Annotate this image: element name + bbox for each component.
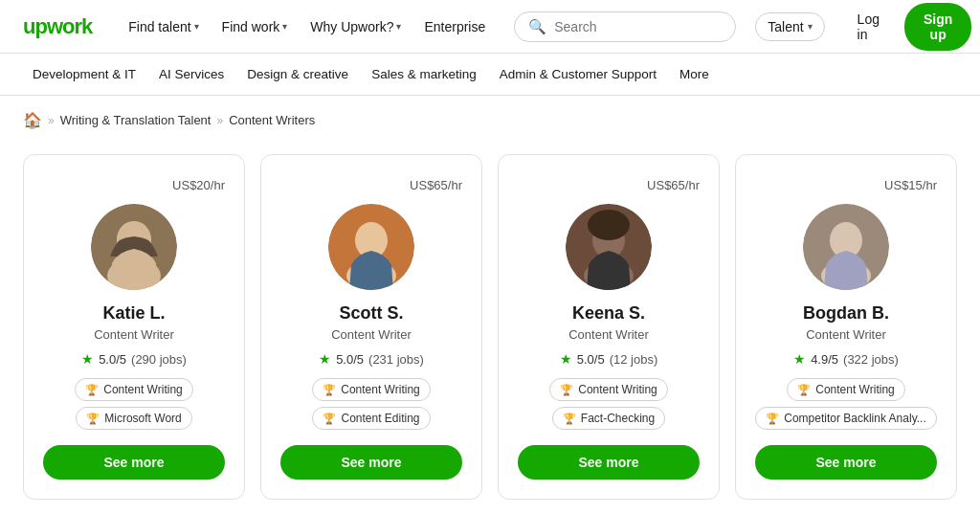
- card-name: Scott S.: [339, 303, 403, 324]
- card-title: Content Writer: [806, 327, 886, 342]
- skill-tag: 🏆 Content Writing: [75, 378, 192, 401]
- rating-value: 4.9/5: [811, 352, 838, 367]
- home-icon[interactable]: 🏠: [23, 111, 42, 129]
- jobs-count: (290 jobs): [131, 352, 187, 367]
- jobs-count: (12 jobs): [610, 352, 658, 367]
- trophy-icon: 🏆: [766, 413, 779, 425]
- avatar: [91, 204, 177, 290]
- search-input[interactable]: [554, 19, 722, 34]
- cat-design-creative[interactable]: Design & creative: [237, 63, 358, 85]
- avatar: [566, 204, 652, 290]
- breadcrumb-writing-talent[interactable]: Writing & Translation Talent: [60, 113, 212, 127]
- star-icon: ★: [560, 351, 572, 367]
- star-icon: ★: [81, 351, 94, 367]
- chevron-down-icon: ▾: [808, 21, 813, 32]
- skill-label: Content Writing: [103, 383, 182, 396]
- skills-list: 🏆 Content Writing 🏆 Fact-Checking: [518, 378, 700, 430]
- cat-sales-marketing[interactable]: Sales & marketing: [362, 63, 486, 85]
- skill-tag: 🏆 Content Editing: [312, 407, 430, 430]
- see-more-button[interactable]: See more: [755, 445, 937, 480]
- cat-more[interactable]: More: [670, 63, 719, 85]
- see-more-button[interactable]: See more: [518, 445, 700, 480]
- skill-label: Content Writing: [341, 383, 419, 396]
- cat-development-it[interactable]: Development & IT: [23, 63, 145, 85]
- skill-tag: 🏆 Competitor Backlink Analy...: [755, 407, 937, 430]
- card-name: Bogdan B.: [803, 303, 889, 324]
- star-icon: ★: [319, 351, 331, 367]
- avatar: [803, 204, 889, 290]
- profile-card: US$20/hr Katie L. Content Writer ★ 5.0/5…: [23, 154, 245, 500]
- trophy-icon: 🏆: [323, 384, 336, 396]
- nav-why-upwork[interactable]: Why Upwork? ▾: [301, 13, 411, 40]
- profile-card: US$65/hr Scott S. Content Writer ★ 5.0/5…: [260, 154, 482, 500]
- skill-tag: 🏆 Microsoft Word: [76, 407, 191, 430]
- skill-label: Content Writing: [578, 383, 657, 396]
- nav-enterprise[interactable]: Enterprise: [414, 13, 495, 40]
- rating-value: 5.0/5: [577, 352, 605, 367]
- breadcrumb-current: Content Writers: [229, 113, 315, 127]
- card-name: Katie L.: [102, 303, 165, 324]
- trophy-icon: 🏆: [86, 413, 100, 425]
- card-title: Content Writer: [331, 327, 412, 342]
- cat-ai-services[interactable]: AI Services: [149, 63, 234, 85]
- card-rating: ★ 5.0/5 (231 jobs): [319, 351, 424, 367]
- trophy-icon: 🏆: [323, 413, 336, 425]
- card-rating: ★ 4.9/5 (322 jobs): [793, 351, 899, 367]
- login-button[interactable]: Log in: [844, 4, 893, 50]
- card-rating: ★ 5.0/5 (290 jobs): [81, 351, 187, 367]
- signup-button[interactable]: Sign up: [904, 3, 971, 51]
- rating-value: 5.0/5: [99, 352, 126, 367]
- avatar: [328, 204, 414, 290]
- card-title: Content Writer: [94, 327, 174, 342]
- jobs-count: (322 jobs): [843, 352, 899, 367]
- skill-tag: 🏆 Fact-Checking: [552, 407, 665, 430]
- card-rate: US$65/hr: [647, 178, 700, 192]
- card-name: Keena S.: [572, 303, 645, 324]
- trophy-icon: 🏆: [85, 384, 99, 396]
- see-more-button[interactable]: See more: [280, 445, 462, 480]
- skill-tag: 🏆 Content Writing: [549, 378, 667, 401]
- top-nav: upwork Find talent ▾ Find work ▾ Why Upw…: [0, 0, 980, 54]
- card-rate: US$15/hr: [884, 178, 937, 192]
- nav-links: Find talent ▾ Find work ▾ Why Upwork? ▾ …: [119, 13, 495, 40]
- skill-label: Content Writing: [815, 383, 894, 396]
- skill-label: Microsoft Word: [104, 412, 181, 425]
- category-nav: Development & IT AI Services Design & cr…: [0, 54, 980, 96]
- cards-grid: US$20/hr Katie L. Content Writer ★ 5.0/5…: [23, 154, 957, 500]
- skill-label: Fact-Checking: [581, 412, 655, 425]
- card-rate: US$20/hr: [172, 178, 225, 192]
- breadcrumb-separator: »: [48, 114, 55, 127]
- card-rate: US$65/hr: [410, 178, 462, 192]
- svg-point-10: [588, 210, 630, 240]
- skills-list: 🏆 Content Writing 🏆 Microsoft Word: [43, 378, 225, 430]
- nav-find-work[interactable]: Find work ▾: [212, 13, 298, 40]
- breadcrumb-separator: »: [216, 114, 223, 127]
- search-icon: 🔍: [528, 18, 546, 35]
- chevron-down-icon: ▾: [396, 21, 401, 32]
- card-title: Content Writer: [568, 327, 649, 342]
- trophy-icon: 🏆: [797, 384, 811, 396]
- skill-tag: 🏆 Content Writing: [787, 378, 904, 401]
- chevron-down-icon: ▾: [282, 21, 287, 32]
- trophy-icon: 🏆: [560, 384, 573, 396]
- skills-list: 🏆 Content Writing 🏆 Content Editing: [280, 378, 462, 430]
- cat-admin-support[interactable]: Admin & Customer Support: [490, 63, 666, 85]
- nav-find-talent[interactable]: Find talent ▾: [119, 13, 208, 40]
- talent-selector[interactable]: Talent ▾: [755, 12, 824, 41]
- skills-list: 🏆 Content Writing 🏆 Competitor Backlink …: [755, 378, 937, 430]
- rating-value: 5.0/5: [336, 352, 364, 367]
- see-more-button[interactable]: See more: [43, 445, 225, 480]
- trophy-icon: 🏆: [563, 413, 576, 425]
- breadcrumb: 🏠 » Writing & Translation Talent » Conte…: [0, 96, 980, 139]
- cards-section: US$20/hr Katie L. Content Writer ★ 5.0/5…: [0, 139, 980, 514]
- profile-card: US$65/hr Keena S. Content Writer ★ 5.0/5…: [498, 154, 720, 500]
- card-rating: ★ 5.0/5 (12 jobs): [560, 351, 658, 367]
- chevron-down-icon: ▾: [194, 21, 199, 32]
- skill-label: Competitor Backlink Analy...: [784, 412, 926, 425]
- jobs-count: (231 jobs): [368, 352, 424, 367]
- nav-right: Log in Sign up: [844, 3, 972, 51]
- logo[interactable]: upwork: [23, 14, 92, 39]
- star-icon: ★: [793, 351, 806, 367]
- skill-label: Content Editing: [341, 412, 419, 425]
- skill-tag: 🏆 Content Writing: [312, 378, 430, 401]
